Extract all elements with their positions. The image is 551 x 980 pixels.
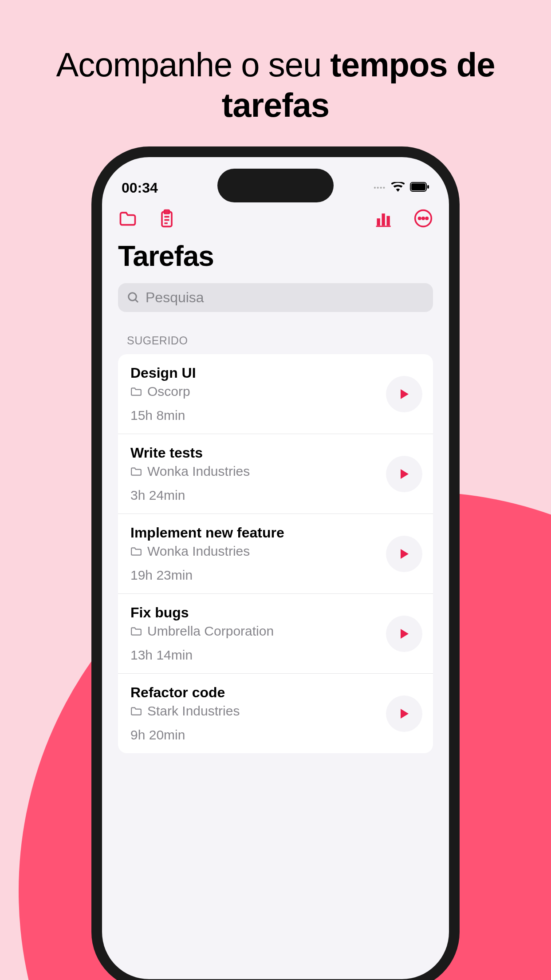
svg-line-17 — [135, 299, 138, 302]
play-button[interactable] — [386, 456, 422, 492]
svg-rect-2 — [427, 185, 429, 189]
more-icon[interactable] — [413, 209, 433, 228]
task-folder: Wonka Industries — [147, 544, 250, 559]
folder-icon[interactable] — [118, 209, 138, 228]
play-icon — [399, 468, 409, 480]
svg-rect-11 — [376, 226, 391, 227]
status-indicators: •••• — [374, 182, 429, 194]
search-icon — [127, 291, 140, 304]
battery-icon — [410, 182, 429, 194]
task-title: Implement new feature — [130, 525, 386, 541]
wifi-icon — [391, 182, 405, 194]
task-title: Write tests — [130, 445, 386, 461]
phone-screen: 00:34 •••• — [102, 157, 449, 979]
task-title: Fix bugs — [130, 605, 386, 621]
svg-point-14 — [422, 217, 424, 219]
svg-rect-8 — [377, 218, 380, 226]
task-list: Design UI Oscorp 15h 8min Write tests — [118, 354, 433, 753]
task-folder: Wonka Industries — [147, 464, 250, 479]
task-time: 13h 14min — [130, 648, 386, 663]
svg-rect-10 — [387, 216, 390, 226]
navbar-left — [118, 209, 177, 228]
search-input[interactable]: Pesquisa — [118, 283, 433, 312]
svg-rect-1 — [411, 183, 425, 190]
folder-small-icon — [130, 387, 142, 396]
svg-point-13 — [419, 217, 421, 219]
signal-icon: •••• — [374, 184, 386, 191]
phone-notch — [217, 169, 334, 202]
svg-rect-9 — [382, 213, 385, 226]
folder-small-icon — [130, 706, 142, 716]
list-item[interactable]: Design UI Oscorp 15h 8min — [118, 354, 433, 434]
play-button[interactable] — [386, 376, 422, 412]
marketing-headline: Acompanhe o seu tempos de tarefas — [0, 0, 551, 125]
list-item[interactable]: Fix bugs Umbrella Corporation 13h 14min — [118, 594, 433, 674]
task-time: 9h 20min — [130, 727, 386, 743]
list-item[interactable]: Implement new feature Wonka Industries 1… — [118, 514, 433, 594]
headline-text-normal: Acompanhe o seu — [56, 46, 331, 83]
play-icon — [399, 628, 409, 640]
play-icon — [399, 708, 409, 719]
clipboard-icon[interactable] — [157, 209, 177, 228]
task-folder: Umbrella Corporation — [147, 624, 274, 639]
svg-point-16 — [129, 292, 137, 300]
task-time: 15h 8min — [130, 408, 386, 423]
page-title: Tarefas — [102, 228, 449, 277]
navbar-right — [374, 209, 433, 228]
folder-small-icon — [130, 626, 142, 636]
chart-icon[interactable] — [374, 209, 394, 228]
task-folder: Oscorp — [147, 384, 190, 399]
search-placeholder: Pesquisa — [146, 289, 204, 306]
play-button[interactable] — [386, 616, 422, 652]
task-time: 3h 24min — [130, 488, 386, 503]
play-button[interactable] — [386, 695, 422, 732]
task-title: Refactor code — [130, 684, 386, 701]
folder-small-icon — [130, 466, 142, 476]
phone-frame: 00:34 •••• — [91, 146, 460, 980]
list-item[interactable]: Write tests Wonka Industries 3h 24min — [118, 434, 433, 514]
folder-small-icon — [130, 546, 142, 556]
play-button[interactable] — [386, 536, 422, 572]
task-time: 19h 23min — [130, 568, 386, 583]
play-icon — [399, 388, 409, 400]
play-icon — [399, 548, 409, 560]
navbar — [102, 202, 449, 228]
list-item[interactable]: Refactor code Stark Industries 9h 20min — [118, 674, 433, 753]
task-title: Design UI — [130, 365, 386, 381]
svg-point-15 — [426, 217, 428, 219]
section-header: SUGERIDO — [102, 312, 449, 354]
task-folder: Stark Industries — [147, 703, 240, 719]
